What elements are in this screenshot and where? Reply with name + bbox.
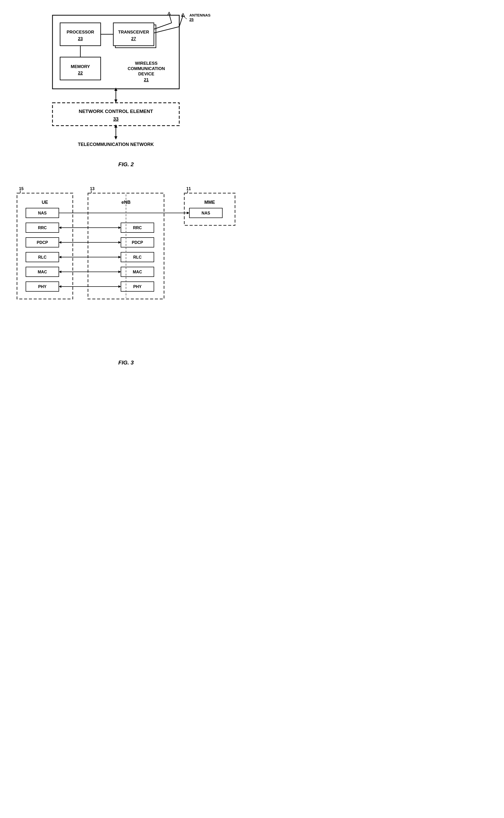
svg-text:PROCESSOR: PROCESSOR: [67, 30, 94, 34]
svg-text:NAS: NAS: [38, 211, 47, 215]
svg-marker-85: [118, 271, 121, 273]
svg-marker-82: [118, 256, 121, 258]
svg-marker-28: [114, 99, 117, 103]
svg-text:WIRELESS: WIRELESS: [135, 61, 158, 66]
svg-text:UE: UE: [42, 200, 48, 205]
fig2-caption: FIG. 2: [118, 161, 134, 168]
fig2-svg: PROCESSOR 23 TRANSCEIVER 27 MEMORY 22 WI…: [37, 10, 215, 157]
svg-marker-34: [114, 136, 117, 139]
svg-rect-29: [52, 103, 179, 126]
fig3-caption: FIG. 3: [118, 359, 134, 366]
svg-text:27: 27: [131, 36, 136, 41]
svg-line-17: [154, 23, 172, 29]
svg-text:DEVICE: DEVICE: [138, 72, 154, 76]
svg-text:RRC: RRC: [38, 226, 47, 230]
fig3-section: 15 13 11 UE eNB MME NAS RRC PDCP RLC MAC: [5, 183, 247, 366]
svg-text:PDCP: PDCP: [132, 240, 143, 245]
svg-text:TRANSCEIVER: TRANSCEIVER: [118, 30, 149, 34]
svg-text:11: 11: [186, 186, 191, 191]
svg-text:PHY: PHY: [38, 285, 47, 289]
svg-text:22: 22: [78, 70, 83, 75]
svg-text:13: 13: [90, 186, 95, 191]
svg-text:MME: MME: [204, 200, 215, 205]
svg-text:RLC: RLC: [133, 255, 142, 260]
svg-text:TELECOMMUNICATION NETWORK: TELECOMMUNICATION NETWORK: [78, 142, 154, 147]
fig2-section: PROCESSOR 23 TRANSCEIVER 27 MEMORY 22 WI…: [5, 10, 247, 168]
svg-marker-81: [59, 256, 61, 258]
svg-marker-76: [118, 227, 121, 229]
svg-marker-87: [59, 285, 61, 288]
svg-marker-88: [118, 285, 121, 288]
svg-marker-79: [118, 241, 121, 244]
svg-text:ANTENNAS: ANTENNAS: [189, 13, 210, 17]
svg-text:25: 25: [189, 17, 194, 22]
svg-text:MAC: MAC: [38, 270, 47, 274]
svg-text:MAC: MAC: [133, 270, 142, 274]
svg-marker-78: [59, 241, 61, 244]
svg-text:PDCP: PDCP: [37, 240, 48, 245]
svg-text:RRC: RRC: [133, 226, 142, 230]
svg-text:PHY: PHY: [133, 285, 142, 289]
svg-marker-75: [59, 227, 61, 229]
svg-text:MEMORY: MEMORY: [71, 64, 90, 69]
svg-marker-84: [59, 271, 61, 273]
svg-text:COMMUNICATION: COMMUNICATION: [128, 66, 165, 71]
svg-marker-73: [187, 212, 189, 214]
svg-text:NAS: NAS: [202, 211, 210, 215]
svg-text:RLC: RLC: [38, 255, 47, 260]
svg-text:23: 23: [78, 36, 83, 41]
svg-text:21: 21: [144, 77, 149, 82]
fig3-svg: 15 13 11 UE eNB MME NAS RRC PDCP RLC MAC: [12, 183, 240, 356]
svg-text:NETWORK CONTROL ELEMENT: NETWORK CONTROL ELEMENT: [79, 109, 153, 114]
svg-text:33: 33: [113, 116, 118, 121]
svg-text:15: 15: [19, 186, 24, 191]
svg-line-21: [179, 15, 183, 27]
